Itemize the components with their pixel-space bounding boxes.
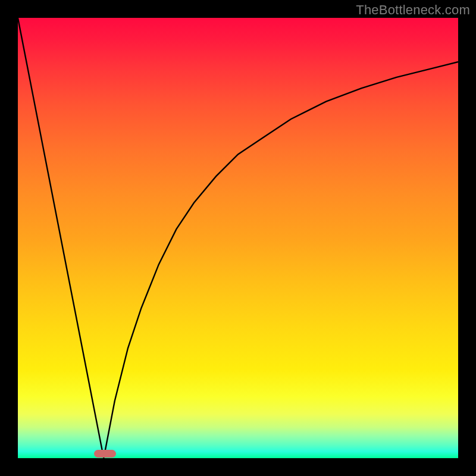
chart-frame: TheBottleneck.com xyxy=(0,0,476,476)
watermark-text: TheBottleneck.com xyxy=(356,2,470,18)
bottleneck-curve xyxy=(18,18,458,458)
curve-svg xyxy=(18,18,458,458)
minimum-marker xyxy=(94,450,116,458)
plot-area xyxy=(18,18,458,458)
